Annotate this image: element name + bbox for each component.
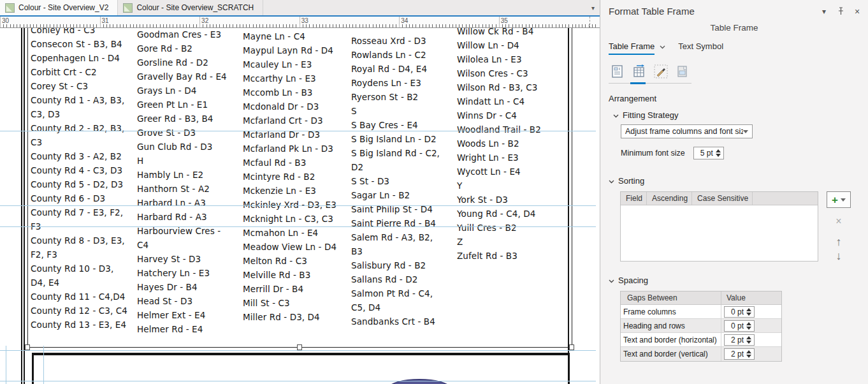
street-index-entry: County Rd 1 - A3, B3, C3, D3 (31, 93, 127, 121)
spin-down-icon[interactable] (746, 313, 751, 316)
spin-down-icon[interactable] (716, 154, 721, 157)
spin-up-icon[interactable] (746, 308, 751, 311)
page-neatline-left-inner (24, 28, 25, 384)
street-index-entry: Harbourview Cres - C4 (137, 224, 234, 252)
sorting-table[interactable]: FieldAscendingCase Sensitive (620, 191, 818, 262)
view-tabs: Colour - Site Overview_V2Colour - Site O… (0, 0, 263, 15)
spacing-value-spinner[interactable]: 0 pt (724, 306, 755, 318)
panel-pin-icon[interactable] (836, 7, 845, 16)
arrangement-heading: Arrangement (609, 94, 868, 103)
spin-down-icon[interactable] (746, 327, 751, 330)
move-sort-down-button[interactable]: ↓ (836, 250, 842, 262)
spacing-row-label: Text and border (vertical) (621, 347, 721, 361)
guide-horizontal[interactable] (0, 381, 596, 381)
ruler-tick (219, 24, 220, 27)
street-index-entry: Melville Rd - B3 (243, 268, 340, 282)
tab-text-symbol[interactable]: Text Symbol (678, 41, 723, 55)
ruler-tick (322, 24, 323, 27)
ruler-tick (113, 24, 113, 27)
street-index-entry: Sagar Ln - B2 (351, 188, 447, 202)
ruler-tick (153, 24, 154, 27)
ruler-tick (306, 24, 307, 27)
spin-up-icon[interactable] (746, 322, 751, 325)
street-index-column: Rosseau Xrd - D3Rowlands Ln - C2Royal Rd… (351, 34, 447, 329)
ruler-tick (496, 24, 496, 27)
remove-sort-field-button[interactable]: × (835, 216, 841, 227)
fitting-strategy-dropdown[interactable]: Adjust frame columns and font size (621, 124, 753, 138)
minimum-font-size-spinner[interactable]: 5 pt (693, 147, 724, 159)
tab-list-dropdown-icon[interactable]: ▾ (591, 4, 600, 11)
ruler-tick (117, 24, 117, 27)
spacing-collapse-icon[interactable] (609, 274, 614, 286)
ruler-tick (432, 24, 433, 27)
spin-down-icon[interactable] (746, 355, 751, 358)
frame-arrangement-icon[interactable] (630, 63, 648, 80)
ruler-number: 30 (2, 17, 9, 24)
ruler-tick (206, 24, 207, 27)
ruler-tick (246, 24, 247, 27)
guide-horizontal[interactable] (0, 131, 596, 131)
ruler-tick (263, 24, 263, 27)
frame-symbol-brush-icon[interactable] (652, 63, 670, 80)
street-index-column: Willow Ck Rd - B4Willow Ln - D4Wilolea L… (457, 28, 554, 263)
sorting-column-header[interactable]: Field (621, 192, 647, 205)
selection-handle-bottom-right[interactable] (569, 344, 574, 350)
view-tab[interactable]: Colour - Site Overview_SCRATCH (118, 0, 263, 15)
spacing-value-spinner[interactable]: 0 pt (724, 320, 755, 332)
horizontal-ruler: 303132333435 (0, 17, 600, 28)
street-index-entry: Mccarthy Ln - E3 (243, 71, 340, 85)
spin-down-icon[interactable] (746, 341, 751, 344)
street-index-entry: County Rd 8 - D3, E3, F2, F3 (31, 233, 127, 262)
ruler-tick (249, 24, 250, 27)
view-tab-bar: Colour - Site Overview_V2Colour - Site O… (0, 0, 600, 15)
street-index-entry: Zufelt Rd - B3 (457, 249, 554, 263)
ruler-tick (359, 24, 360, 27)
guide-horizontal[interactable] (0, 350, 596, 351)
spin-up-icon[interactable] (716, 149, 721, 152)
view-tab[interactable]: Colour - Site Overview_V2 (0, 0, 118, 15)
spin-up-icon[interactable] (746, 336, 751, 339)
layout-canvas[interactable]: Conley Rd - C3Consecon St - B3, B4Copenh… (0, 28, 600, 384)
street-index-entry: Wilson Cres - C3 (457, 66, 554, 80)
spacing-value-spinner[interactable]: 2 pt (724, 334, 755, 346)
table-frame-border-right[interactable] (572, 28, 572, 347)
ruler-tick (236, 24, 237, 27)
ruler-tick (373, 24, 373, 27)
panel-close-icon[interactable]: × (853, 7, 862, 16)
street-index-entry: County Rd 3 - A2, B2 (31, 149, 127, 163)
ruler-tick (173, 24, 173, 27)
frame-display-icon[interactable] (674, 63, 691, 80)
ruler-tick (539, 24, 539, 27)
fitting-strategy-collapse-icon[interactable] (613, 109, 619, 121)
frame-options-icon[interactable] (609, 63, 626, 80)
ruler-tick (393, 24, 393, 27)
move-sort-up-button[interactable]: ↑ (836, 236, 842, 247)
sorting-collapse-icon[interactable] (609, 175, 614, 186)
panel-menu-dropdown-icon[interactable]: ▾ (820, 7, 828, 16)
spacing-value-spinner[interactable]: 2 pt (724, 348, 755, 360)
ruler-tick (50, 24, 50, 27)
map-frame-border-top (32, 353, 570, 355)
guide-vertical[interactable] (6, 346, 6, 384)
selection-handle-bottom-center[interactable] (297, 344, 302, 350)
guide-vertical[interactable] (43, 346, 44, 384)
ruler-tick (240, 24, 240, 27)
ruler-tick (196, 24, 197, 27)
ruler-number: 32 (201, 17, 208, 24)
street-index-entry: Wilson Rd - B3, C3 (457, 80, 554, 94)
ruler-tick (475, 24, 476, 27)
table-frame-border-left[interactable] (27, 28, 28, 347)
ruler-tick (502, 24, 503, 27)
sorting-table-body[interactable] (621, 205, 818, 259)
spin-up-icon[interactable] (746, 350, 751, 353)
selection-handle-bottom-left[interactable] (25, 344, 30, 350)
street-index-entry: Mcintyre Rd - B2 (243, 170, 340, 184)
guide-horizontal[interactable] (0, 226, 596, 227)
tab-table-frame-caret-icon[interactable] (660, 41, 665, 51)
street-index-entry: Grays Ln - D4 (137, 84, 234, 98)
sorting-column-header[interactable]: Ascending (647, 192, 692, 205)
guide-horizontal[interactable] (0, 205, 596, 206)
sorting-column-header[interactable]: Case Sensitive (692, 192, 753, 205)
add-sort-field-button[interactable]: + (827, 191, 851, 208)
tab-table-frame[interactable]: Table Frame (609, 41, 655, 55)
